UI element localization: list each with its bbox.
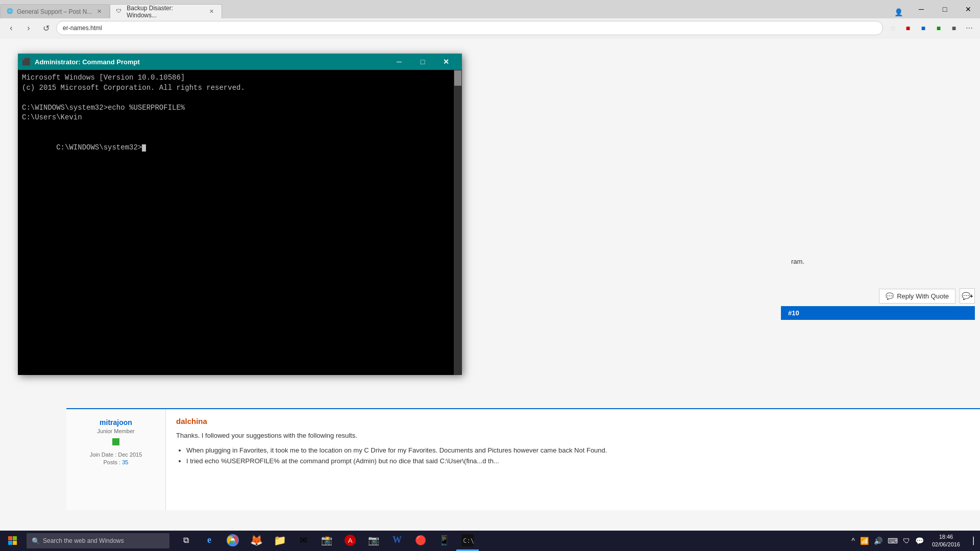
tab-bar: 🌐 General Support – Post N... ✕ 🛡 Backup… bbox=[0, 0, 980, 18]
tab-title-1: General Support – Post N... bbox=[17, 8, 92, 15]
app7-icon: A bbox=[344, 534, 356, 546]
taskbar-word[interactable]: W bbox=[386, 531, 408, 551]
svg-text:C:\: C:\ bbox=[463, 537, 474, 544]
taskbar-search[interactable]: 🔍 Search the web and Windows bbox=[27, 533, 169, 548]
sys-icons: ^ 📶 🔊 ⌨ 🛡 💬 bbox=[849, 537, 926, 545]
start-button[interactable] bbox=[0, 531, 26, 551]
taskbar-app11[interactable]: 📱 bbox=[433, 531, 455, 551]
task-view-icon: ⧉ bbox=[183, 536, 189, 545]
taskbar-cmd[interactable]: C:\ bbox=[456, 531, 479, 551]
clock-date: 02/06/2016 bbox=[932, 541, 960, 548]
tab-title-2: Backup Disaster: Windows... bbox=[127, 5, 204, 19]
posts-label: Posts : bbox=[104, 459, 121, 465]
forum-partial-text: ram. bbox=[791, 258, 975, 265]
cmd-line-2: (c) 2015 Microsoft Corporation. All righ… bbox=[22, 83, 458, 93]
reply-quote-button[interactable]: 💬 Reply With Quote bbox=[879, 289, 955, 304]
cmd-line-3 bbox=[22, 93, 458, 103]
post-user-sidebar: mitrajoon Junior Member Join Date : Dec … bbox=[66, 409, 166, 510]
svg-rect-1 bbox=[13, 536, 17, 540]
taskbar-task-view[interactable]: ⧉ bbox=[175, 531, 197, 551]
taskbar-app6[interactable]: 📸 bbox=[315, 531, 338, 551]
post-text: Thanks. I followed your suggestions with… bbox=[176, 431, 970, 466]
tab-general-support[interactable]: 🌐 General Support – Post N... ✕ bbox=[0, 4, 110, 18]
action-center-icon[interactable]: 💬 bbox=[913, 537, 926, 545]
cmd-minimize-btn[interactable]: ─ bbox=[387, 54, 411, 70]
svg-text:A: A bbox=[348, 537, 353, 544]
cmd-scrollbar-thumb[interactable] bbox=[454, 70, 461, 86]
extension-icon-3[interactable]: ■ bbox=[932, 21, 945, 35]
posts-count: 35 bbox=[122, 459, 128, 465]
address-text: er-names.html bbox=[63, 24, 102, 32]
taskbar-apps: ⧉ e 🦊 📁 ✉ bbox=[175, 531, 479, 551]
tab-close-1[interactable]: ✕ bbox=[95, 8, 103, 16]
show-desktop-btn[interactable]: ▕ bbox=[966, 537, 976, 545]
keyboard-icon[interactable]: ⌨ bbox=[886, 537, 900, 545]
main-content: ram. 💬 Reply With Quote 💬 + #10 mitrajoo… bbox=[0, 38, 980, 551]
user-online-indicator bbox=[112, 438, 119, 445]
volume-icon[interactable]: 🔊 bbox=[872, 537, 885, 545]
browser-close-btn[interactable]: ✕ bbox=[957, 0, 980, 18]
app8-icon: 📷 bbox=[368, 535, 379, 546]
show-hidden-icons[interactable]: ^ bbox=[849, 537, 857, 545]
post-username[interactable]: mitrajoon bbox=[100, 418, 132, 427]
post-user-rank: Junior Member bbox=[97, 428, 134, 434]
firefox-icon: 🦊 bbox=[250, 534, 263, 546]
address-bar[interactable]: er-names.html bbox=[56, 21, 883, 35]
toolbar-icons: ☆ ■ ■ ■ ■ ⋯ bbox=[886, 21, 976, 35]
taskbar-edge[interactable]: e bbox=[198, 531, 220, 551]
post-number-bar: #10 bbox=[781, 306, 975, 320]
system-clock[interactable]: 18:46 02/06/2016 bbox=[928, 533, 964, 549]
post-number: #10 bbox=[788, 309, 799, 317]
cmd-taskbar-icon: C:\ bbox=[461, 534, 474, 546]
extension-icon-4[interactable]: ■ bbox=[947, 21, 961, 35]
post-container: mitrajoon Junior Member Join Date : Dec … bbox=[66, 408, 980, 510]
profile-icon[interactable]: 👤 bbox=[894, 8, 904, 18]
cmd-maximize-btn[interactable]: □ bbox=[411, 54, 434, 70]
post-replying-to: dalchina bbox=[176, 417, 970, 425]
cmd-close-btn[interactable]: ✕ bbox=[434, 54, 458, 70]
cmd-body[interactable]: Microsoft Windows [Version 10.0.10586] (… bbox=[18, 70, 462, 375]
svg-rect-0 bbox=[8, 536, 12, 540]
cmd-line-1: Microsoft Windows [Version 10.0.10586] bbox=[22, 73, 458, 83]
edge-icon: e bbox=[207, 535, 211, 545]
forward-button[interactable]: › bbox=[21, 21, 36, 35]
taskbar-app8[interactable]: 📷 bbox=[362, 531, 385, 551]
cmd-line-7: C:\WINDOWS\system32> bbox=[22, 133, 458, 163]
browser-minimize-btn[interactable]: ─ bbox=[910, 0, 933, 18]
reply-area: 💬 Reply With Quote 💬 + bbox=[879, 288, 975, 304]
svg-rect-3 bbox=[13, 541, 17, 545]
antivirus-icon[interactable]: 🛡 bbox=[901, 537, 912, 545]
app10-icon: 🔴 bbox=[415, 535, 426, 546]
back-button[interactable]: ‹ bbox=[4, 21, 18, 35]
cmd-prompt: C:\WINDOWS\system32> bbox=[56, 143, 142, 152]
network-icon[interactable]: 📶 bbox=[858, 537, 871, 545]
tab-close-2[interactable]: ✕ bbox=[207, 8, 215, 16]
browser-maximize-btn[interactable]: □ bbox=[933, 0, 957, 18]
taskbar-app7[interactable]: A bbox=[339, 531, 361, 551]
cmd-win-controls: ─ □ ✕ bbox=[387, 54, 458, 70]
cmd-line-5: C:\Users\Kevin bbox=[22, 113, 458, 123]
refresh-button[interactable]: ↺ bbox=[39, 21, 53, 35]
taskbar-mail[interactable]: ✉ bbox=[292, 531, 314, 551]
taskbar-explorer[interactable]: 📁 bbox=[268, 531, 291, 551]
menu-button[interactable]: ⋯ bbox=[963, 21, 976, 35]
search-icon: 🔍 bbox=[32, 537, 40, 545]
extension-icon-1[interactable]: ■ bbox=[901, 21, 915, 35]
mail-icon: ✉ bbox=[300, 535, 307, 546]
post-body: dalchina Thanks. I followed your suggest… bbox=[166, 409, 980, 510]
svg-rect-2 bbox=[8, 541, 12, 545]
multi-quote-plus: + bbox=[970, 293, 973, 299]
extension-icon-2[interactable]: ■ bbox=[917, 21, 930, 35]
bullet-item-2: I tried echo %USERPROFILE% at the comman… bbox=[186, 456, 970, 467]
cmd-scrollbar[interactable] bbox=[454, 70, 462, 375]
post-post-count: Posts : 35 bbox=[104, 459, 129, 465]
taskbar-app10[interactable]: 🔴 bbox=[409, 531, 432, 551]
cmd-line-4: C:\WINDOWS\system32>echo %USERPROFILE% bbox=[22, 103, 458, 113]
tab-backup-disaster[interactable]: 🛡 Backup Disaster: Windows... ✕ bbox=[110, 4, 222, 18]
taskbar-chrome[interactable] bbox=[222, 531, 244, 551]
taskbar: 🔍 Search the web and Windows ⧉ e 🦊 bbox=[0, 531, 980, 551]
bookmark-icon[interactable]: ☆ bbox=[886, 21, 899, 35]
multi-quote-button[interactable]: 💬 + bbox=[960, 288, 975, 304]
post-intro-text: Thanks. I followed your suggestions with… bbox=[176, 432, 357, 439]
taskbar-firefox[interactable]: 🦊 bbox=[245, 531, 267, 551]
